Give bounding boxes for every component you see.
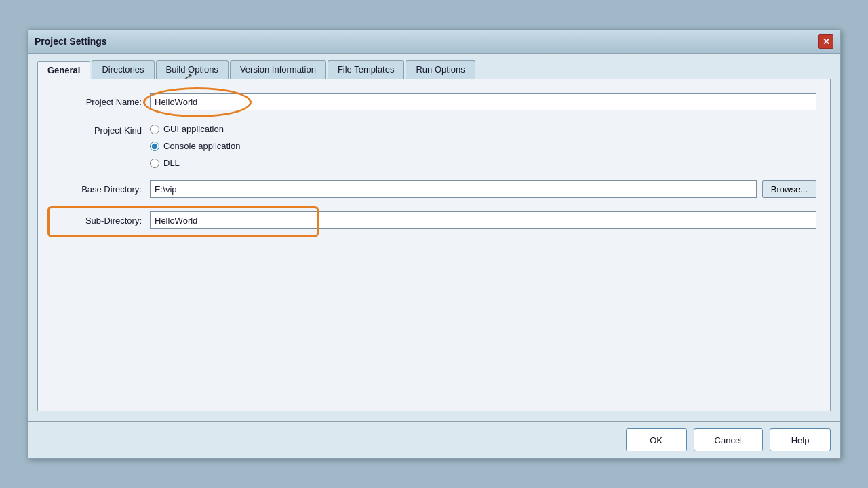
title-bar: Project Settings ✕ [28, 30, 840, 54]
tab-directories[interactable]: Directories [92, 60, 154, 79]
project-kind-label: Project Kind [52, 124, 150, 136]
radio-dll-input[interactable] [150, 159, 159, 168]
radio-console-option[interactable]: Console application [150, 141, 240, 151]
radio-gui-input[interactable] [150, 125, 159, 134]
tab-run-options[interactable]: Run Options [406, 60, 475, 79]
sub-directory-row: Sub-Directory: [52, 211, 816, 229]
radio-dll-label: DLL [163, 158, 180, 168]
base-directory-input[interactable] [150, 180, 757, 198]
project-name-label: Project Name: [52, 97, 150, 107]
project-settings-dialog: Project Settings ✕ General Directories B… [27, 29, 841, 459]
sub-directory-input[interactable] [150, 211, 816, 229]
project-kind-row: Project Kind GUI application Console app… [52, 124, 816, 168]
base-directory-label: Base Directory: [52, 184, 150, 195]
dialog-title: Project Settings [35, 36, 107, 47]
tab-file-templates[interactable]: File Templates [328, 60, 405, 79]
tab-build-options[interactable]: Build Options [156, 60, 229, 79]
cancel-button[interactable]: Cancel [694, 428, 763, 451]
dialog-body: General Directories Build Options Versio… [28, 54, 840, 421]
radio-console-input[interactable] [150, 142, 159, 151]
sub-directory-label: Sub-Directory: [52, 216, 150, 226]
help-button[interactable]: Help [770, 428, 831, 451]
radio-dll-option[interactable]: DLL [150, 158, 240, 168]
radio-gui-option[interactable]: GUI application [150, 124, 240, 134]
ok-button[interactable]: OK [626, 428, 687, 451]
dialog-footer: OK Cancel Help [28, 421, 840, 458]
radio-options-group: GUI application Console application DLL [150, 124, 240, 168]
tab-bar: General Directories Build Options Versio… [37, 60, 831, 79]
project-name-input[interactable] [150, 93, 816, 110]
radio-console-label: Console application [163, 141, 240, 151]
close-button[interactable]: ✕ [818, 34, 833, 49]
project-name-row: Project Name: [52, 93, 816, 110]
radio-gui-label: GUI application [163, 124, 224, 134]
base-directory-row: Base Directory: Browse... [52, 180, 816, 198]
tab-version-information[interactable]: Version Information [230, 60, 326, 79]
browse-button[interactable]: Browse... [762, 180, 816, 198]
tab-content-general: Project Name: Project Kind GUI applicati… [37, 79, 831, 411]
tab-general[interactable]: General [37, 61, 90, 79]
